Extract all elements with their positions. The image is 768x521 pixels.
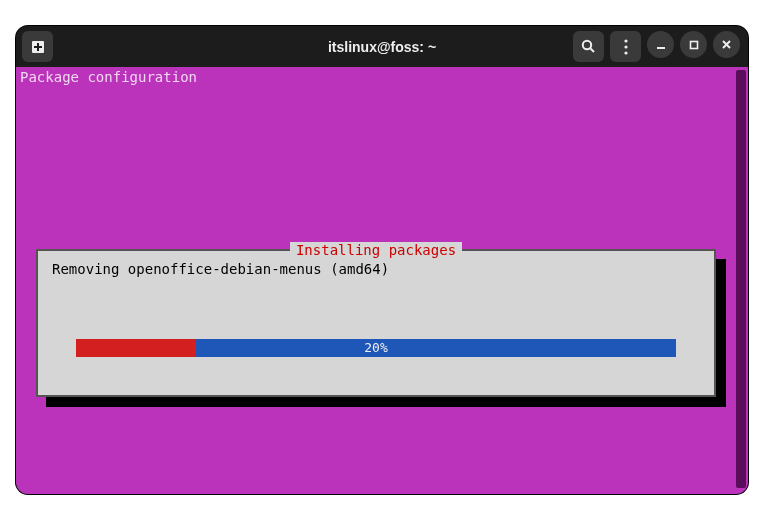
svg-point-7	[624, 51, 627, 54]
svg-point-6	[624, 45, 627, 48]
terminal-window: itslinux@foss: ~	[16, 26, 748, 494]
search-icon	[581, 39, 596, 54]
svg-point-5	[624, 39, 627, 42]
menu-button[interactable]	[610, 31, 641, 62]
progress-bar: 20%	[76, 339, 676, 357]
svg-rect-9	[690, 41, 697, 48]
new-tab-button[interactable]	[22, 31, 53, 62]
maximize-icon	[689, 40, 699, 50]
titlebar: itslinux@foss: ~	[16, 26, 748, 67]
svg-rect-8	[657, 47, 665, 49]
kebab-icon	[624, 39, 628, 55]
minimize-button[interactable]	[647, 31, 674, 58]
close-icon	[721, 39, 732, 50]
svg-rect-2	[34, 46, 42, 48]
search-button[interactable]	[573, 31, 604, 62]
config-header: Package configuration	[20, 69, 744, 85]
install-dialog: Installing packages Removing openoffice-…	[36, 249, 716, 397]
dialog-title: Installing packages	[38, 242, 714, 258]
new-tab-icon	[31, 40, 45, 54]
svg-line-4	[591, 49, 595, 53]
maximize-button[interactable]	[680, 31, 707, 58]
terminal-area[interactable]: Package configuration Installing package…	[16, 67, 748, 494]
close-button[interactable]	[713, 31, 740, 58]
svg-point-3	[583, 41, 591, 49]
progress-label: 20%	[76, 339, 676, 357]
minimize-icon	[656, 40, 666, 50]
scrollbar[interactable]	[736, 70, 746, 488]
